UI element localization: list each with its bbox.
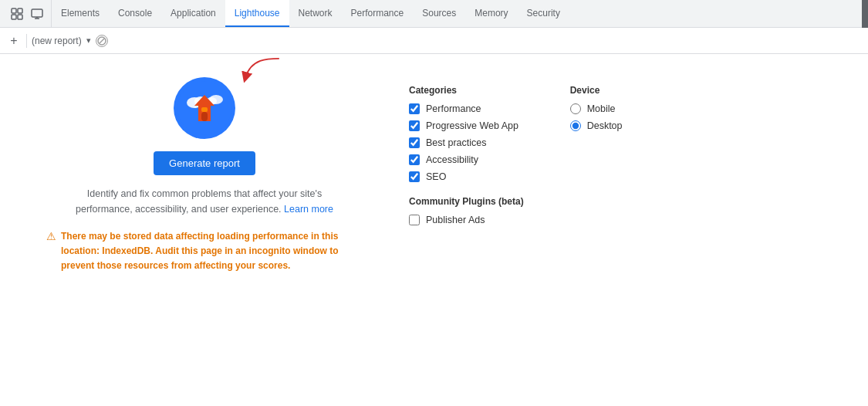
checkbox-accessibility-input[interactable] <box>409 154 420 165</box>
tab-performance[interactable]: Performance <box>342 0 414 27</box>
radio-desktop-input[interactable] <box>570 120 581 131</box>
svg-rect-18 <box>201 107 208 112</box>
tab-lighthouse[interactable]: Lighthouse <box>225 0 289 27</box>
svg-rect-3 <box>18 15 22 19</box>
tabs-container: Elements Console Application Lighthouse … <box>52 0 569 27</box>
checkbox-seo[interactable]: SEO <box>409 171 524 182</box>
svg-rect-17 <box>201 112 208 121</box>
arrow-indicator <box>239 54 285 85</box>
devtools-icons <box>3 0 52 27</box>
checkbox-accessibility[interactable]: Accessibility <box>409 154 524 165</box>
checkbox-pwa[interactable]: Progressive Web App <box>409 120 524 131</box>
svg-rect-4 <box>32 9 42 17</box>
community-group: Publisher Ads <box>409 215 524 225</box>
main-content: Generate report Identify and fix common … <box>0 54 868 297</box>
left-section: Generate report Identify and fix common … <box>31 77 378 274</box>
tab-console[interactable]: Console <box>109 0 161 27</box>
categories-group: Performance Progressive Web App Best pra… <box>409 103 524 182</box>
report-label: (new report) <box>32 36 82 46</box>
devtools-icon-1[interactable] <box>9 6 25 22</box>
tab-bar: Elements Console Application Lighthouse … <box>0 0 868 28</box>
tab-application[interactable]: Application <box>161 0 225 27</box>
checkbox-pwa-input[interactable] <box>409 120 420 131</box>
checkbox-best-practices-input[interactable] <box>409 137 420 148</box>
device-title: Device <box>570 85 623 96</box>
radio-desktop[interactable]: Desktop <box>570 120 623 131</box>
checkbox-best-practices[interactable]: Best practices <box>409 137 524 148</box>
tab-memory[interactable]: Memory <box>465 0 517 27</box>
warning-text: There may be stored data affecting loadi… <box>61 229 363 274</box>
svg-rect-0 <box>12 8 16 13</box>
toolbar: + (new report) ▾ <box>0 28 868 54</box>
tab-sources[interactable]: Sources <box>413 0 465 27</box>
svg-line-8 <box>100 39 104 43</box>
device-radio-group: Mobile Desktop <box>570 103 623 131</box>
radio-mobile[interactable]: Mobile <box>570 103 623 114</box>
toolbar-divider <box>26 34 27 48</box>
checkbox-publisher-ads[interactable]: Publisher Ads <box>409 215 524 225</box>
categories-title: Categories <box>409 85 524 96</box>
right-section: Categories Performance Progressive Web A… <box>409 77 623 274</box>
description-text: Identify and fix common problems that af… <box>58 186 351 217</box>
checkbox-publisher-ads-input[interactable] <box>409 215 420 225</box>
stop-button[interactable] <box>96 35 108 47</box>
checkbox-performance[interactable]: Performance <box>409 103 524 114</box>
warning-icon: ⚠ <box>46 230 56 274</box>
generate-report-button[interactable]: Generate report <box>154 151 255 175</box>
report-chevron[interactable]: ▾ <box>86 36 91 46</box>
checkbox-performance-input[interactable] <box>409 103 420 114</box>
add-report-button[interactable]: + <box>6 33 22 49</box>
categories-column: Categories Performance Progressive Web A… <box>409 85 524 274</box>
tab-security[interactable]: Security <box>518 0 569 27</box>
radio-mobile-input[interactable] <box>570 103 581 114</box>
devtools-icon-2[interactable] <box>29 6 45 22</box>
svg-rect-2 <box>12 15 16 19</box>
tab-elements[interactable]: Elements <box>52 0 109 27</box>
community-title: Community Plugins (beta) <box>409 196 524 207</box>
community-section: Community Plugins (beta) Publisher Ads <box>409 196 524 225</box>
lighthouse-logo <box>174 77 235 139</box>
device-column: Device Mobile Desktop <box>570 85 623 274</box>
warning-box: ⚠ There may be stored data affecting loa… <box>46 229 363 274</box>
checkbox-seo-input[interactable] <box>409 171 420 182</box>
tab-network[interactable]: Network <box>289 0 342 27</box>
end-bar <box>862 0 868 28</box>
learn-more-link[interactable]: Learn more <box>284 204 333 215</box>
svg-rect-1 <box>18 8 22 13</box>
